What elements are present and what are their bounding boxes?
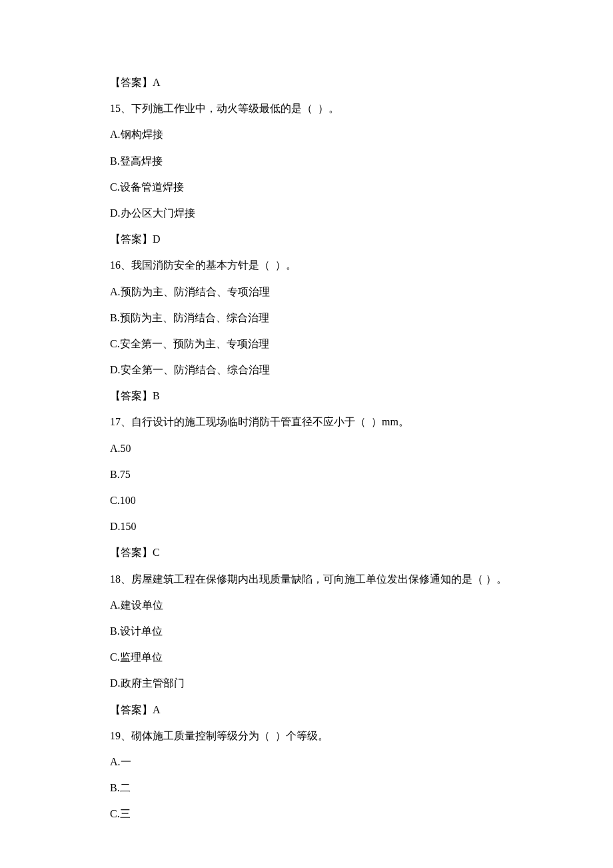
option-a: A.预防为主、防消结合、专项治理 xyxy=(110,279,513,305)
option-d: D.150 xyxy=(110,513,513,539)
option-a: A.建设单位 xyxy=(110,592,513,618)
option-c: C.设备管道焊接 xyxy=(110,174,513,200)
option-a: A.50 xyxy=(110,435,513,461)
answer-label: 【答案】A xyxy=(110,697,513,723)
option-d: D.办公区大门焊接 xyxy=(110,200,513,226)
document-page: 【答案】A 15、下列施工作业中，动火等级最低的是（ ）。 A.钢构焊接 B.登… xyxy=(0,0,613,868)
question-text: 16、我国消防安全的基本方针是（ ）。 xyxy=(110,252,513,278)
option-b: B.登高焊接 xyxy=(110,148,513,174)
option-b: B.设计单位 xyxy=(110,618,513,644)
question-text: 19、砌体施工质量控制等级分为（ ）个等级。 xyxy=(110,723,513,749)
answer-label: 【答案】C xyxy=(110,539,513,565)
option-d: D.政府主管部门 xyxy=(110,670,513,696)
answer-label: 【答案】A xyxy=(110,69,513,95)
answer-label: 【答案】D xyxy=(110,226,513,252)
option-c: C.安全第一、预防为主、专项治理 xyxy=(110,331,513,357)
question-text: 17、自行设计的施工现场临时消防干管直径不应小于（ ）mm。 xyxy=(110,409,513,435)
option-b: B.预防为主、防消结合、综合治理 xyxy=(110,305,513,331)
option-a: A.一 xyxy=(110,749,513,775)
option-b: B.75 xyxy=(110,461,513,487)
question-text: 18、房屋建筑工程在保修期内出现质量缺陷，可向施工单位发出保修通知的是（ ）。 xyxy=(110,566,513,592)
answer-label: 【答案】B xyxy=(110,383,513,409)
option-b: B.二 xyxy=(110,775,513,801)
question-text: 15、下列施工作业中，动火等级最低的是（ ）。 xyxy=(110,95,513,121)
option-c: C.监理单位 xyxy=(110,644,513,670)
option-a: A.钢构焊接 xyxy=(110,121,513,147)
option-c: C.三 xyxy=(110,801,513,827)
option-c: C.100 xyxy=(110,487,513,513)
option-d: D.安全第一、防消结合、综合治理 xyxy=(110,357,513,383)
